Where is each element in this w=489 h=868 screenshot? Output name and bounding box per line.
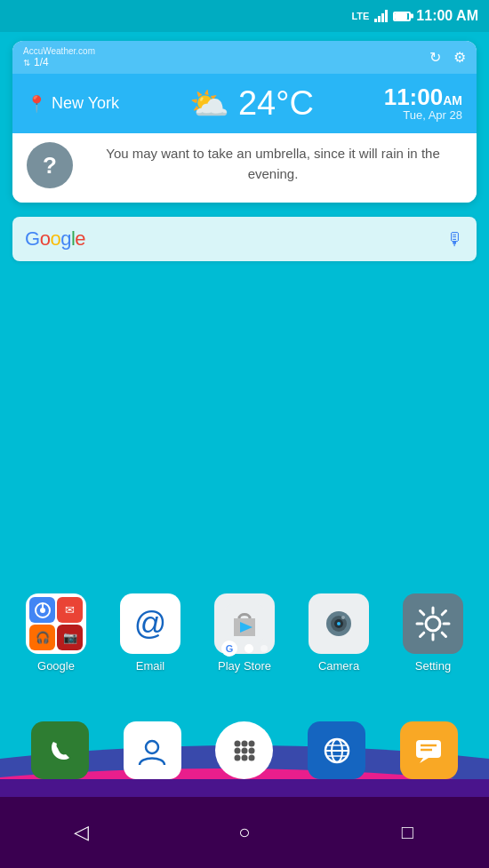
svg-point-13 [241, 740, 247, 746]
status-bar: LTE 11:00 AM [0, 0, 489, 32]
lte-icon: LTE [351, 11, 369, 21]
dock-item-browser[interactable] [308, 721, 365, 779]
svg-point-8 [337, 622, 341, 625]
app-item-google[interactable]: ✉ 🎧 📷 Google [16, 593, 96, 673]
location-pin-icon: 📍 [27, 94, 46, 114]
app-label-playstore: Play Store [218, 659, 271, 673]
weather-refresh-icon[interactable]: ↻ [429, 49, 441, 66]
google-gmail-sub: ✉ [57, 597, 83, 623]
svg-point-14 [248, 740, 254, 746]
dock-item-messages[interactable] [400, 721, 458, 779]
svg-point-20 [248, 754, 254, 760]
weather-bottom: ? You may want to take an umbrella, sinc… [12, 133, 477, 203]
weather-pagination: ⇅ 1/4 [23, 56, 95, 68]
home-button[interactable]: ○ [222, 810, 267, 855]
weather-location: 📍 New York [27, 94, 119, 114]
weather-header: AccuWeather.com ⇅ 1/4 ↻ ⚙ [12, 41, 477, 74]
apps-dock-icon [215, 721, 273, 779]
svg-point-15 [234, 747, 240, 753]
phone-dock-icon [31, 721, 89, 779]
weather-brand-name: AccuWeather.com [23, 46, 95, 56]
weather-temp-section: ⛅ 24°C [189, 84, 314, 123]
app-label-setting: Setting [415, 659, 451, 673]
browser-dock-icon [308, 721, 365, 779]
signal-icon [374, 10, 388, 22]
messages-dock-icon [400, 721, 458, 779]
app-label-google: Google [37, 659, 75, 673]
battery-icon [393, 12, 411, 21]
voice-search-icon[interactable]: 🎙 [446, 229, 464, 250]
app-item-camera[interactable]: Camera [299, 593, 379, 673]
app-item-setting[interactable]: Setting [393, 593, 473, 673]
page-indicator-1 [244, 644, 253, 653]
page-indicator-2 [261, 645, 268, 652]
contacts-dock-icon [124, 721, 181, 779]
weather-advice: You may want to take an umbrella, since … [84, 140, 462, 184]
dock-item-contacts[interactable] [124, 721, 181, 779]
navigation-bar: ◁ ○ □ [0, 797, 489, 868]
back-button[interactable]: ◁ [60, 810, 104, 855]
weather-settings-icon[interactable]: ⚙ [453, 49, 466, 66]
weather-condition-icon: ⛅ [189, 85, 229, 123]
search-bar[interactable]: Google 🎙 [12, 217, 477, 261]
google-chrome-sub [29, 597, 55, 623]
weather-question-icon: ? [27, 142, 73, 188]
weather-temperature: 24°C [238, 84, 314, 123]
svg-point-12 [234, 740, 240, 746]
dock-item-phone[interactable] [31, 721, 89, 779]
page-indicators: G [0, 641, 489, 657]
google-indicator: G [221, 641, 237, 657]
svg-point-10 [426, 617, 440, 631]
google-logo: Google [25, 227, 85, 251]
weather-time-section: 11:00AM Tue, Apr 28 [384, 85, 462, 122]
app-item-playstore[interactable]: Play Store [204, 593, 285, 673]
status-time: 11:00 AM [416, 8, 478, 24]
app-grid: ✉ 🎧 📷 Google @ Email Play Store [0, 593, 489, 673]
svg-point-17 [248, 747, 254, 753]
app-label-email: Email [136, 659, 165, 673]
status-icons: LTE 11:00 AM [351, 8, 478, 24]
recent-apps-button[interactable]: □ [385, 810, 429, 855]
weather-widget: AccuWeather.com ⇅ 1/4 ↻ ⚙ 📍 New York ⛅ 2… [12, 41, 477, 203]
svg-point-16 [241, 747, 247, 753]
weather-main: 📍 New York ⛅ 24°C 11:00AM Tue, Apr 28 [12, 74, 477, 133]
svg-point-11 [146, 741, 158, 753]
svg-point-9 [341, 616, 345, 619]
weather-controls: ↻ ⚙ [429, 49, 466, 66]
dock [0, 713, 489, 788]
app-label-camera: Camera [318, 659, 359, 673]
weather-brand: AccuWeather.com ⇅ 1/4 [23, 46, 95, 68]
svg-point-19 [241, 754, 247, 760]
app-item-email[interactable]: @ Email [110, 593, 190, 673]
dock-item-apps[interactable] [215, 721, 273, 779]
weather-date: Tue, Apr 28 [384, 108, 462, 122]
weather-time: 11:00AM [384, 85, 462, 108]
svg-point-18 [234, 754, 240, 760]
